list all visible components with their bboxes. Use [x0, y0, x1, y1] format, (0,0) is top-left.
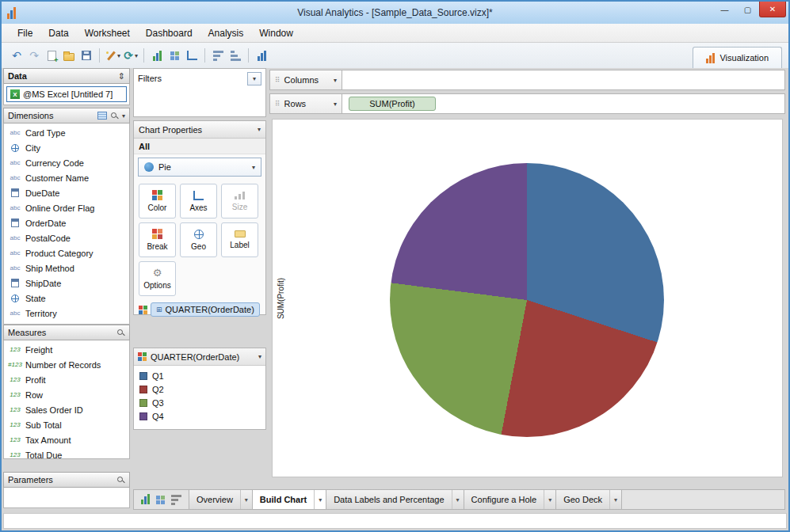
table-view-icon[interactable] [97, 112, 107, 120]
legend-swatch [139, 386, 147, 393]
color-button[interactable]: Color [139, 184, 176, 218]
geo-button[interactable]: Geo [180, 222, 217, 257]
options-button[interactable]: ⚙ Options [139, 261, 176, 296]
measure-item[interactable]: 123Profit [4, 372, 129, 387]
size-button[interactable]: Size [221, 184, 258, 218]
format-button[interactable]: ▾ [104, 46, 122, 65]
new-dashboard-icon[interactable] [156, 496, 165, 504]
dimension-item[interactable]: OrderDate [4, 215, 129, 230]
chart-options-button[interactable] [253, 46, 270, 65]
rows-shelf-dropzone[interactable]: SUM(Profit) [342, 93, 785, 114]
search-icon[interactable] [116, 476, 125, 484]
new-worksheet-icon[interactable] [141, 495, 150, 504]
legend-header[interactable]: QUARTER(OrderDate) ▾ [134, 348, 265, 366]
color-pill-label: QUARTER(OrderDate) [166, 305, 254, 314]
label-button[interactable]: Label [221, 222, 258, 257]
close-button[interactable]: ✕ [759, 2, 786, 17]
insert-grid-chart-button[interactable] [166, 46, 183, 65]
string-field-icon: abc [7, 234, 23, 241]
app-window: Visual Analytics - [Sample_Data_Source.v… [0, 0, 790, 532]
legend-item[interactable]: Q3 [139, 396, 260, 409]
redo-button[interactable]: ↷ [25, 46, 43, 65]
legend-item[interactable]: Q2 [139, 382, 260, 396]
dimension-item[interactable]: abcShip Method [4, 260, 129, 276]
tab-build-chart[interactable]: Build Chart ▾ [253, 490, 326, 509]
menu-file[interactable]: File [10, 25, 40, 41]
measure-item[interactable]: 123Freight [4, 342, 129, 357]
menu-window[interactable]: Window [251, 25, 301, 41]
insert-bar-chart-button[interactable] [148, 46, 166, 65]
chart-type-select[interactable]: Pie ▾ [138, 158, 261, 177]
measure-item[interactable]: #123Number of Records [4, 357, 129, 372]
search-icon[interactable] [116, 329, 125, 337]
new-worksheet-button[interactable] [43, 46, 60, 65]
measure-item[interactable]: 123Total Due [4, 447, 129, 459]
gear-icon: ⚙ [153, 268, 162, 278]
legend-item[interactable]: Q1 [139, 369, 260, 382]
dimension-item[interactable]: abcCurrency Code [4, 155, 129, 170]
dimension-item[interactable]: ShipDate [4, 276, 129, 291]
tab-geo-deck[interactable]: Geo Deck ▾ [556, 490, 622, 509]
dimension-item[interactable]: abcPostalCode [4, 230, 129, 245]
save-button[interactable] [78, 46, 95, 65]
tab-data-labels-and-percentage[interactable]: Data Labels and Percentage ▾ [326, 490, 464, 509]
caret-down-icon[interactable]: ▾ [240, 490, 252, 509]
dimension-item[interactable]: City [4, 140, 129, 155]
chart-properties-header[interactable]: Chart Properties ▾ [134, 121, 265, 139]
minimize-button[interactable]: — [713, 2, 736, 17]
sort-fields-icon[interactable]: ⇕ [118, 71, 125, 82]
measure-item[interactable]: 123Row [4, 387, 129, 402]
dimension-item[interactable]: abcProduct Category [4, 245, 129, 260]
undo-button[interactable]: ↶ [8, 46, 25, 65]
worksheet-list-icon[interactable] [171, 495, 181, 505]
open-button[interactable] [60, 46, 78, 65]
visualization-tab[interactable]: Visualization [693, 47, 782, 68]
break-button[interactable]: Break [139, 222, 176, 257]
tab-overview[interactable]: Overview ▾ [189, 490, 253, 509]
caret-down-icon[interactable]: ▾ [609, 490, 621, 509]
filters-dropdown-button[interactable]: ▾ [247, 72, 261, 86]
tab-label: Geo Deck [556, 490, 609, 509]
menu-worksheet[interactable]: Worksheet [77, 25, 138, 41]
legend-item[interactable]: Q4 [139, 409, 260, 423]
field-label: Sales Order ID [25, 405, 83, 415]
dimension-item[interactable]: abcCustomer Name [4, 170, 129, 185]
menu-data[interactable]: Data [40, 25, 76, 41]
pie-chart[interactable] [390, 163, 664, 437]
maximize-button[interactable]: ▢ [736, 2, 759, 17]
columns-shelf-button[interactable]: ⠿ Columns ▾ [269, 70, 342, 90]
measure-item[interactable]: 123Sales Order ID [4, 402, 129, 417]
caret-down-icon[interactable]: ▾ [452, 490, 464, 509]
rows-shelf-button[interactable]: ⠿ Rows ▾ [269, 93, 342, 114]
rows-measure-pill[interactable]: SUM(Profit) [349, 97, 436, 111]
search-icon[interactable] [110, 112, 119, 120]
expand-icon: ⊞ [156, 306, 162, 314]
open-folder-icon [63, 53, 74, 61]
string-field-icon: abc [7, 129, 23, 136]
sort-ascending-button[interactable] [209, 46, 227, 65]
tab-configure-a-hole[interactable]: Configure a Hole ▾ [464, 490, 557, 509]
legend-label: Q2 [152, 385, 164, 394]
color-field-pill[interactable]: ⊞ QUARTER(OrderDate) [151, 302, 260, 317]
columns-shelf-dropzone[interactable] [342, 70, 785, 90]
dimension-item[interactable]: abcOnline Order Flag [4, 200, 129, 215]
menu-analysis[interactable]: Analysis [200, 25, 252, 41]
insert-axes-chart-button[interactable] [183, 46, 200, 65]
menu-dashboard[interactable]: Dashboard [138, 25, 200, 41]
caret-down-icon[interactable]: ▾ [122, 112, 125, 120]
refresh-button[interactable]: ⟳▾ [122, 46, 139, 65]
axes-button[interactable]: Axes [180, 184, 217, 218]
data-source-item[interactable]: @MS Excel [Untitled 7] [6, 86, 127, 102]
dimension-item[interactable]: abcTerritory [4, 306, 129, 321]
tabbar-icons [134, 490, 189, 509]
dimension-item[interactable]: DueDate [4, 185, 129, 200]
measure-item[interactable]: 123Sub Total [4, 417, 129, 432]
toolbar-separator [99, 48, 100, 63]
caret-down-icon[interactable]: ▾ [544, 490, 555, 509]
chart-type-value: Pie [158, 162, 171, 172]
caret-down-icon[interactable]: ▾ [314, 490, 326, 509]
measure-item[interactable]: 123Tax Amount [4, 432, 129, 447]
dimension-item[interactable]: abcCard Type [4, 125, 129, 140]
sort-descending-button[interactable] [227, 46, 244, 65]
dimension-item[interactable]: State [4, 291, 129, 306]
